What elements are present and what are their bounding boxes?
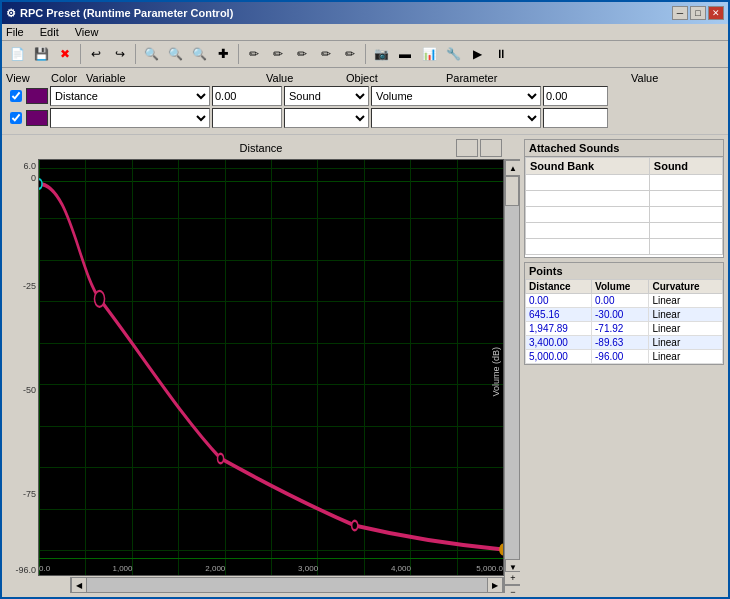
tb-tool2[interactable]: ✏: [267, 43, 289, 65]
sounds-row-empty-2: [526, 191, 723, 207]
row2-value-input[interactable]: [212, 108, 282, 128]
tb-redo[interactable]: ↪: [109, 43, 131, 65]
tb-chart[interactable]: 📊: [418, 43, 440, 65]
right-panel: Attached Sounds Sound Bank Sound: [524, 139, 724, 593]
chart-canvas[interactable]: 0.0 1,000 2,000 3,000 4,000 5,000.0 Volu…: [38, 159, 504, 576]
minimize-button[interactable]: ─: [672, 6, 688, 20]
chart-scrollbar-vertical: ▲ ▼: [504, 159, 520, 576]
scroll-track-h: [87, 578, 487, 592]
tb-capture[interactable]: 📷: [370, 43, 392, 65]
row2-check-input[interactable]: [10, 112, 22, 124]
point-2[interactable]: [218, 454, 224, 464]
pt-dist-3: 3,400.00: [526, 336, 592, 350]
tb-sep2: [135, 44, 136, 64]
tb-zoom-in[interactable]: 🔍: [140, 43, 162, 65]
pt-curv-3: Linear: [649, 336, 723, 350]
pt-curv-1: Linear: [649, 308, 723, 322]
points-col-distance: Distance: [526, 280, 592, 294]
window-icon: ⚙: [6, 7, 16, 20]
tb-save[interactable]: 💾: [30, 43, 52, 65]
row1-value-input[interactable]: [212, 86, 282, 106]
curve-path: [39, 184, 503, 550]
y-label-25: -25: [23, 281, 36, 291]
row2-parameter-select[interactable]: [371, 108, 541, 128]
chart-area: Distance 6.0 0 -25 -50 -75 -96.0: [6, 139, 520, 593]
menu-file[interactable]: File: [6, 26, 24, 38]
close-button[interactable]: ✕: [708, 6, 724, 20]
tb-undo[interactable]: ↩: [85, 43, 107, 65]
points-col-curvature: Curvature: [649, 280, 723, 294]
sounds-row-empty-4: [526, 223, 723, 239]
points-row-0[interactable]: 0.00 0.00 Linear: [526, 294, 723, 308]
tb-zoom-out[interactable]: 🔍: [164, 43, 186, 65]
row2-variable-select[interactable]: [50, 108, 210, 128]
points-row-3[interactable]: 3,400.00 -89.63 Linear: [526, 336, 723, 350]
points-table: Distance Volume Curvature 0.00 0.00 Line…: [525, 279, 723, 364]
header-object: Object: [346, 72, 446, 84]
point-4[interactable]: [500, 545, 503, 555]
row1-parameter-select[interactable]: Volume: [371, 86, 541, 106]
attached-sounds-title: Attached Sounds: [525, 140, 723, 157]
chart-btn-2[interactable]: [480, 139, 502, 157]
tb-tool5[interactable]: ✏: [339, 43, 361, 65]
points-header-row: Distance Volume Curvature: [526, 280, 723, 294]
row1-checkbox[interactable]: [6, 90, 26, 102]
window-title: RPC Preset (Runtime Parameter Control): [20, 7, 233, 19]
header-view: View: [6, 72, 51, 84]
row1-check-input[interactable]: [10, 90, 22, 102]
sounds-area: Sound Bank Sound: [525, 157, 723, 257]
tb-delete[interactable]: ✖: [54, 43, 76, 65]
tb-tool1[interactable]: ✏: [243, 43, 265, 65]
row2-checkbox[interactable]: [6, 112, 26, 124]
menu-view[interactable]: View: [75, 26, 99, 38]
point-3[interactable]: [352, 521, 358, 531]
point-1[interactable]: [94, 291, 104, 307]
row2-value2-input[interactable]: [543, 108, 608, 128]
tb-pause[interactable]: ⏸: [490, 43, 512, 65]
points-row-1[interactable]: 645.16 -30.00 Linear: [526, 308, 723, 322]
zoom-out-button[interactable]: −: [504, 585, 520, 593]
title-controls: ─ □ ✕: [672, 6, 724, 20]
header-value2: Value: [631, 72, 701, 84]
tb-tool3[interactable]: ✏: [291, 43, 313, 65]
y-axis-labels: 6.0 0 -25 -50 -75 -96.0: [6, 159, 38, 593]
scroll-thumb-v[interactable]: [505, 176, 519, 206]
tb-settings[interactable]: 🔧: [442, 43, 464, 65]
menu-edit[interactable]: Edit: [40, 26, 59, 38]
chart-title: Distance: [66, 142, 456, 154]
tb-tool4[interactable]: ✏: [315, 43, 337, 65]
point-0[interactable]: [39, 179, 42, 189]
row1-variable-select[interactable]: Distance: [50, 86, 210, 106]
tb-bar[interactable]: ▬: [394, 43, 416, 65]
param-row-1: Distance Sound Volume: [6, 86, 724, 106]
grid-v-10: [503, 160, 504, 575]
pt-dist-1: 645.16: [526, 308, 592, 322]
row1-color-swatch[interactable]: [26, 88, 48, 104]
points-row-4[interactable]: 5,000.00 -96.00 Linear: [526, 350, 723, 364]
tb-new[interactable]: 📄: [6, 43, 28, 65]
row1-object-select[interactable]: Sound: [284, 86, 369, 106]
row1-value2-input[interactable]: [543, 86, 608, 106]
pt-dist-0: 0.00: [526, 294, 592, 308]
header-color: Color: [51, 72, 86, 84]
maximize-button[interactable]: □: [690, 6, 706, 20]
points-row-2[interactable]: 1,947.89 -71.92 Linear: [526, 322, 723, 336]
scroll-track-v: [505, 176, 519, 559]
tb-add[interactable]: ✚: [212, 43, 234, 65]
scroll-right-button[interactable]: ▶: [487, 577, 503, 593]
scroll-left-button[interactable]: ◀: [71, 577, 87, 593]
y-label-0: 0: [31, 173, 36, 183]
tb-sep3: [238, 44, 239, 64]
row2-color-swatch[interactable]: [26, 110, 48, 126]
scroll-up-button[interactable]: ▲: [505, 160, 520, 176]
y-label-max: 6.0: [23, 161, 36, 171]
chart-title-bar: Distance: [6, 139, 520, 157]
tb-play[interactable]: ▶: [466, 43, 488, 65]
pt-curv-4: Linear: [649, 350, 723, 364]
tb-zoom-fit[interactable]: 🔍: [188, 43, 210, 65]
chart-btn-1[interactable]: [456, 139, 478, 157]
header-value: Value: [266, 72, 346, 84]
header-parameter: Parameter: [446, 72, 631, 84]
zoom-in-button[interactable]: +: [504, 571, 520, 585]
row2-object-select[interactable]: [284, 108, 369, 128]
